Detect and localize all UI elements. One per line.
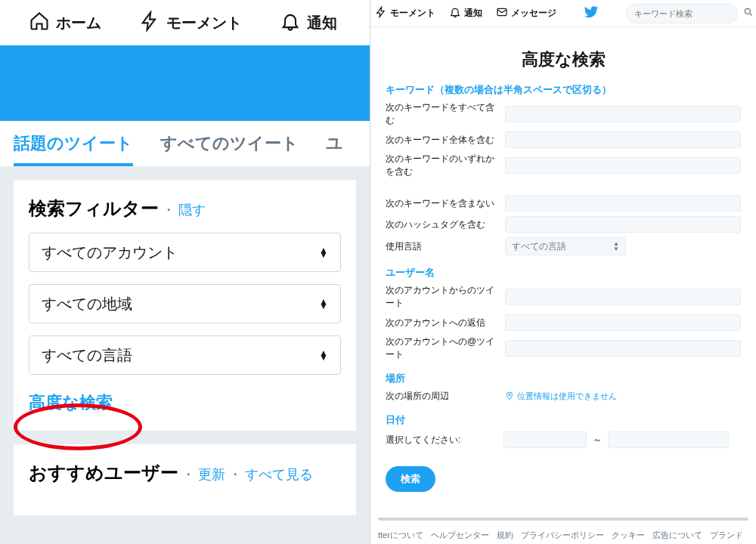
location-note-text: 位置情報は使用できません — [517, 391, 617, 402]
chevron-updown-icon: ▲▼ — [319, 351, 328, 360]
recommend-card: おすすめユーザー ・ 更新 ・ すべて見る — [14, 444, 356, 515]
filter-card: 検索フィルター ・ 隠す すべてのアカウント ▲▼ すべての地域 ▲▼ すべての… — [14, 180, 356, 431]
recommend-title: おすすめユーザー — [29, 461, 178, 485]
footer-divider — [378, 518, 748, 521]
nav-moments-label: モーメント — [166, 13, 242, 33]
section-place: 場所 — [386, 372, 741, 385]
date-to-input[interactable] — [608, 431, 729, 448]
search-box[interactable] — [626, 4, 738, 23]
nav-notifications-label: 通知 — [307, 13, 337, 33]
kw-hashtag-label: 次のハッシュタグを含む — [386, 218, 497, 231]
tab-top-tweets[interactable]: 話題のツイート — [14, 121, 133, 166]
search-button[interactable]: 検索 — [386, 466, 435, 492]
separator: ・ — [162, 201, 175, 219]
chevron-updown-icon: ▲▼ — [613, 241, 619, 252]
svg-point-1 — [745, 8, 750, 14]
kw-hashtag-input[interactable] — [505, 216, 741, 233]
footer-link[interactable]: ブランド — [710, 528, 743, 543]
date-from-input[interactable] — [503, 431, 587, 448]
section-keywords: キーワード（複数の場合は半角スペースで区切る） — [386, 83, 741, 97]
kw-exact-input[interactable] — [505, 131, 741, 148]
footer-link[interactable]: 広告について — [652, 528, 702, 543]
u-from-input[interactable] — [505, 289, 741, 305]
footer-link[interactable]: プライバシーポリシー — [521, 528, 604, 543]
primary-nav: ホーム モーメント 通知 — [0, 0, 370, 45]
filter-region-value: すべての地域 — [42, 294, 132, 314]
refresh-link[interactable]: 更新 — [198, 465, 225, 484]
kw-any-label: 次のキーワードのいずれかを含む — [386, 153, 497, 178]
chevron-updown-icon: ▲▼ — [319, 248, 328, 257]
filter-account-value: すべてのアカウント — [42, 243, 178, 263]
separator: ・ — [228, 465, 242, 484]
filter-title: 検索フィルター — [29, 196, 159, 221]
svg-point-2 — [509, 394, 511, 396]
filter-lang-select[interactable]: すべての言語 ▲▼ — [29, 335, 341, 375]
topnav-messages[interactable]: メッセージ — [496, 6, 556, 20]
view-all-link[interactable]: すべて見る — [245, 465, 313, 484]
nav-moments[interactable]: モーメント — [139, 11, 242, 36]
tab-all-tweets[interactable]: すべてのツイート — [160, 121, 299, 166]
nav-notifications[interactable]: 通知 — [280, 11, 337, 36]
nav-home[interactable]: ホーム — [29, 11, 101, 36]
twitter-bird-icon — [584, 5, 599, 22]
date-range-separator: ～ — [593, 434, 602, 447]
topnav-notifications-label: 通知 — [464, 7, 482, 20]
home-icon — [29, 11, 50, 36]
bell-icon — [449, 6, 461, 20]
kw-none-label: 次のキーワードを含まない — [386, 197, 497, 210]
filter-account-select[interactable]: すべてのアカウント ▲▼ — [29, 233, 341, 272]
footer-link[interactable]: ヘルプセンター — [431, 528, 489, 543]
u-to-label: 次のアカウントへの返信 — [386, 317, 497, 329]
advanced-search-link[interactable]: 高度な検索 — [29, 391, 113, 414]
tab-users-cut[interactable]: ユ — [326, 121, 343, 166]
location-unavailable-note: 位置情報は使用できません — [505, 391, 617, 402]
date-select-label: 選択してください: — [386, 434, 497, 447]
topnav-moments-label: モーメント — [390, 7, 435, 20]
u-from-label: 次のアカウントからのツイート — [386, 284, 497, 310]
section-date: 日付 — [386, 413, 741, 427]
kw-none-input[interactable] — [505, 195, 741, 212]
topnav-moments[interactable]: モーメント — [375, 6, 435, 20]
kw-all-input[interactable] — [505, 106, 741, 122]
top-nav: モーメント 通知 メッセージ A — [370, 0, 756, 27]
kw-exact-label: 次のキーワード全体を含む — [386, 134, 497, 147]
kw-lang-label: 使用言語 — [386, 240, 497, 253]
pin-icon — [505, 391, 514, 402]
hide-link[interactable]: 隠す — [178, 201, 206, 219]
topnav-messages-label: メッセージ — [511, 7, 556, 20]
advanced-search-form: キーワード（複数の場合は半角スペースで区切る） 次のキーワードをすべて含む 次の… — [370, 83, 756, 492]
filter-region-select[interactable]: すべての地域 ▲▼ — [29, 284, 341, 323]
footer-link[interactable]: 規約 — [497, 528, 513, 543]
section-users: ユーザー名 — [386, 266, 741, 280]
u-to-input[interactable] — [505, 314, 741, 331]
search-tabs: 話題のツイート すべてのツイート ユ — [0, 121, 370, 166]
footer-link[interactable]: tterについて — [378, 528, 423, 543]
search-input[interactable] — [634, 9, 739, 18]
footer-link[interactable]: クッキー — [612, 528, 645, 543]
footer-links: tterについてヘルプセンター規約プライバシーポリシークッキー広告についてブラン… — [378, 528, 748, 544]
nav-home-label: ホーム — [56, 13, 101, 33]
kw-lang-value: すべての言語 — [512, 240, 566, 253]
kw-any-input[interactable] — [505, 157, 741, 174]
u-mention-input[interactable] — [505, 340, 741, 357]
kw-all-label: 次のキーワードをすべて含む — [386, 101, 497, 127]
topnav-notifications[interactable]: 通知 — [449, 6, 482, 20]
chevron-updown-icon: ▲▼ — [319, 299, 328, 308]
banner — [0, 45, 370, 121]
search-icon — [743, 7, 754, 20]
bolt-icon — [139, 11, 160, 36]
separator: ・ — [181, 465, 195, 484]
bolt-icon — [375, 6, 387, 20]
place-near-label: 次の場所の周辺 — [386, 390, 497, 403]
bell-icon — [280, 11, 301, 36]
filter-lang-value: すべての言語 — [42, 345, 132, 366]
envelope-icon — [496, 6, 508, 20]
u-mention-label: 次のアカウントへの@ツイート — [386, 335, 497, 361]
kw-lang-select[interactable]: すべての言語 ▲▼ — [505, 237, 626, 255]
page-title: 高度な検索 — [370, 48, 756, 71]
